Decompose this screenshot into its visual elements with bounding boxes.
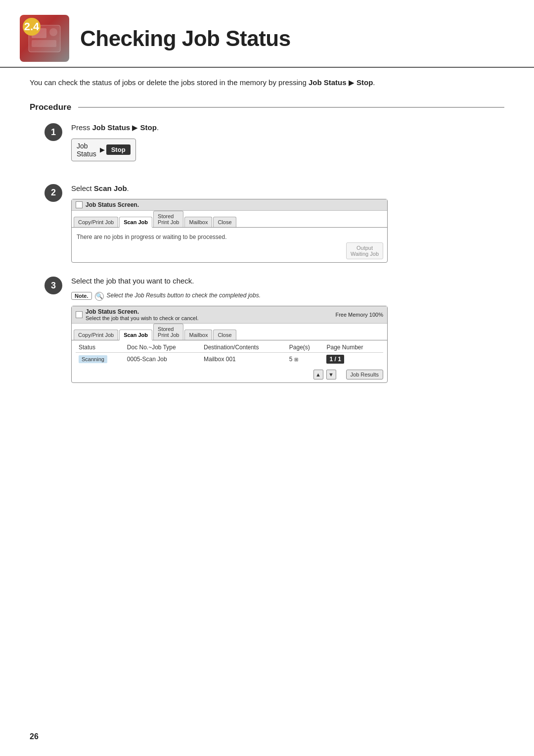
step-3-content: Select the job that you want to check. N… bbox=[71, 276, 504, 383]
step-2-content: Select Scan Job. Job Status Screen. Copy… bbox=[71, 183, 504, 263]
note-label: Note. bbox=[71, 292, 92, 300]
page-header: 2.4 Checking Job Status bbox=[0, 0, 534, 68]
intro-period: . bbox=[373, 78, 375, 87]
job-results-button[interactable]: Job Results bbox=[346, 370, 383, 379]
col-pages: Page(s) bbox=[286, 342, 324, 353]
step1-bold-stop: Stop bbox=[140, 123, 157, 132]
screen1-icon bbox=[76, 201, 83, 208]
procedure-header: Procedure bbox=[30, 102, 504, 112]
page-number: 26 bbox=[30, 732, 39, 741]
step1-bold-jobstatus: Job Status bbox=[92, 123, 131, 132]
step-3-number: 3 bbox=[44, 277, 62, 294]
tab-close-2[interactable]: Close bbox=[213, 330, 236, 340]
screen2-body: Status Doc No.~Job Type Destination/Cont… bbox=[72, 340, 387, 382]
col-page-number: Page Number bbox=[323, 342, 383, 353]
row-destination: Mailbox 001 bbox=[201, 352, 286, 366]
js-arrow: ▶ bbox=[100, 146, 105, 153]
note-icon: 🔍 bbox=[95, 292, 104, 301]
job-table-area: Status Doc No.~Job Type Destination/Cont… bbox=[72, 340, 387, 368]
screen-mockup-1: Job Status Screen. Copy/Print Job Scan J… bbox=[71, 199, 388, 263]
status-scanning-badge: Scanning bbox=[79, 355, 107, 363]
step-1-number: 1 bbox=[44, 123, 62, 141]
note-text: Select the Job Results button to check t… bbox=[107, 292, 261, 299]
screen2-title-bar: Job Status Screen. Select the job that y… bbox=[72, 306, 387, 324]
screen1-no-jobs-text: There are no jobs in progress or waiting… bbox=[77, 234, 382, 240]
intro-paragraph: You can check the status of jobs or dele… bbox=[30, 77, 504, 89]
page-nav: 1 / 1 bbox=[326, 355, 380, 364]
screen-mockup-2: Job Status Screen. Select the job that y… bbox=[71, 306, 388, 383]
note-box: Note. 🔍 Select the Job Results button to… bbox=[71, 292, 504, 301]
step-2-number: 2 bbox=[44, 184, 62, 202]
screen1-title-bar: Job Status Screen. bbox=[72, 199, 387, 211]
tab-stored-print-1[interactable]: StoredPrint Job bbox=[153, 211, 183, 227]
row-pages: 5 ⊞ bbox=[286, 352, 324, 366]
nav-up-button[interactable]: ▲ bbox=[313, 370, 323, 379]
main-content: You can check the status of jobs or dele… bbox=[0, 77, 534, 383]
table-row: Scanning 0005-Scan Job Mailbox 001 5 ⊞ 1… bbox=[76, 352, 383, 366]
job-status-visual: JobStatus ▶ Stop bbox=[71, 139, 136, 161]
nav-down-button[interactable]: ▼ bbox=[326, 370, 336, 379]
pages-icon: ⊞ bbox=[294, 357, 298, 362]
page-display: 1 / 1 bbox=[326, 355, 344, 364]
screen2-free-memory: Free Memory 100% bbox=[335, 312, 383, 318]
row-doc-type: 0005-Scan Job bbox=[124, 352, 201, 366]
stop-button-visual: Stop bbox=[106, 144, 131, 155]
intro-bold-stop: Stop bbox=[356, 78, 373, 87]
intro-bold-job-status: Job Status bbox=[309, 78, 347, 87]
intro-text-before: You can check the status of jobs or dele… bbox=[30, 78, 309, 87]
page-title: Checking Job Status bbox=[80, 26, 291, 51]
screen2-tab-bar: Copy/Print Job Scan Job StoredPrint Job … bbox=[72, 324, 387, 340]
step-3: 3 Select the job that you want to check.… bbox=[44, 276, 504, 383]
intro-arrow: ▶ bbox=[349, 78, 355, 87]
tab-mailbox-1[interactable]: Mailbox bbox=[184, 217, 212, 227]
screen2-title: Job Status Screen. bbox=[86, 308, 199, 315]
screen1-tab-bar: Copy/Print Job Scan Job StoredPrint Job … bbox=[72, 211, 387, 228]
svg-rect-2 bbox=[32, 40, 56, 47]
row-status: Scanning bbox=[76, 352, 124, 366]
screen2-subtitle: Select the job that you wish to check or… bbox=[86, 315, 199, 321]
header-icon: 2.4 bbox=[20, 15, 69, 62]
tab-mailbox-2[interactable]: Mailbox bbox=[184, 330, 212, 340]
tab-copy-print-2[interactable]: Copy/Print Job bbox=[74, 330, 118, 340]
nav-results-row: ▲ ▼ Job Results bbox=[72, 368, 387, 382]
tab-copy-print-1[interactable]: Copy/Print Job bbox=[74, 217, 118, 227]
screen1-body: There are no jobs in progress or waiting… bbox=[72, 228, 387, 262]
col-doc-type: Doc No.~Job Type bbox=[124, 342, 201, 353]
tab-close-1[interactable]: Close bbox=[213, 217, 236, 227]
step-1: 1 Press Job Status ▶ Stop. JobStatus ▶ S… bbox=[44, 122, 504, 170]
col-destination: Destination/Contents bbox=[201, 342, 286, 353]
tab-scan-job-2[interactable]: Scan Job bbox=[119, 330, 152, 340]
tab-scan-job-1[interactable]: Scan Job bbox=[119, 217, 152, 228]
section-badge: 2.4 bbox=[23, 18, 41, 36]
procedure-divider bbox=[78, 107, 504, 108]
col-status: Status bbox=[76, 342, 124, 353]
screen1-title: Job Status Screen. bbox=[86, 201, 139, 208]
step-1-instruction: Press Job Status ▶ Stop. bbox=[71, 122, 504, 134]
step-3-instruction: Select the job that you want to check. bbox=[71, 276, 504, 287]
row-page-number: 1 / 1 bbox=[323, 352, 383, 366]
tab-stored-print-2[interactable]: StoredPrint Job bbox=[153, 324, 183, 340]
step2-bold-scanjob: Scan Job bbox=[94, 184, 127, 192]
svg-point-3 bbox=[49, 28, 57, 36]
screen2-icon bbox=[76, 311, 83, 318]
output-waiting-btn[interactable]: OutputWaiting Job bbox=[346, 242, 383, 259]
procedure-label: Procedure bbox=[30, 102, 71, 112]
job-table: Status Doc No.~Job Type Destination/Cont… bbox=[76, 342, 383, 366]
step1-arrow: ▶ bbox=[132, 123, 138, 132]
js-label: JobStatus bbox=[77, 142, 96, 158]
step-1-content: Press Job Status ▶ Stop. JobStatus ▶ Sto… bbox=[71, 122, 504, 170]
step-2: 2 Select Scan Job. Job Status Screen. Co… bbox=[44, 183, 504, 263]
step-2-instruction: Select Scan Job. bbox=[71, 183, 504, 194]
